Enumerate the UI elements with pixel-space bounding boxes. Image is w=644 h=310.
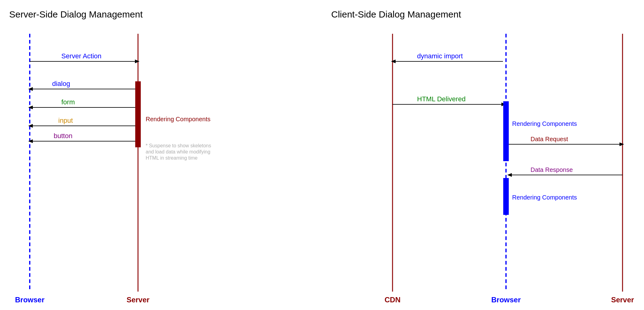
svg-text:input: input: [58, 117, 73, 124]
svg-text:* Suspense to show skeletons: * Suspense to show skeletons: [146, 143, 211, 148]
svg-text:CDN: CDN: [385, 296, 401, 304]
svg-rect-17: [135, 81, 141, 147]
left-svg: Server Action dialog form input button R…: [0, 0, 322, 310]
right-title: Client-Side Dialog Management: [331, 9, 461, 20]
svg-rect-33: [503, 101, 509, 161]
left-diagram: Server-Side Dialog Management Server Act…: [0, 0, 322, 310]
svg-text:HTML in streaming time: HTML in streaming time: [146, 155, 197, 161]
svg-text:Browser: Browser: [15, 296, 44, 304]
svg-text:dynamic import: dynamic import: [417, 52, 463, 60]
svg-marker-12: [28, 124, 33, 128]
svg-text:Data Response: Data Response: [531, 166, 573, 173]
svg-text:and load data while modifying: and load data while modifying: [146, 149, 210, 154]
svg-marker-3: [135, 60, 140, 63]
svg-marker-39: [507, 173, 512, 177]
svg-marker-31: [501, 103, 506, 106]
svg-text:Server: Server: [127, 296, 150, 304]
diagram-container: Server-Side Dialog Management Server Act…: [0, 0, 644, 310]
svg-text:Server Action: Server Action: [61, 52, 102, 60]
svg-marker-28: [391, 60, 396, 63]
svg-text:HTML Delivered: HTML Delivered: [417, 95, 466, 103]
svg-text:Browser: Browser: [491, 296, 521, 304]
svg-marker-6: [28, 87, 33, 91]
svg-marker-9: [28, 106, 33, 109]
svg-text:dialog: dialog: [52, 80, 70, 87]
left-title: Server-Side Dialog Management: [9, 9, 143, 20]
svg-text:Rendering Components: Rendering Components: [512, 194, 577, 201]
svg-text:Data Request: Data Request: [531, 136, 568, 142]
svg-rect-41: [503, 178, 509, 215]
svg-text:button: button: [54, 132, 72, 140]
right-svg: dynamic import HTML Delivered Rendering …: [322, 0, 644, 310]
svg-text:Rendering Components: Rendering Components: [512, 120, 577, 127]
svg-text:Server: Server: [611, 296, 634, 304]
svg-marker-15: [28, 139, 33, 143]
right-diagram: Client-Side Dialog Management dynamic im…: [322, 0, 644, 310]
svg-text:Rendering Components: Rendering Components: [146, 116, 210, 122]
svg-marker-36: [619, 142, 624, 146]
svg-text:form: form: [61, 98, 75, 106]
